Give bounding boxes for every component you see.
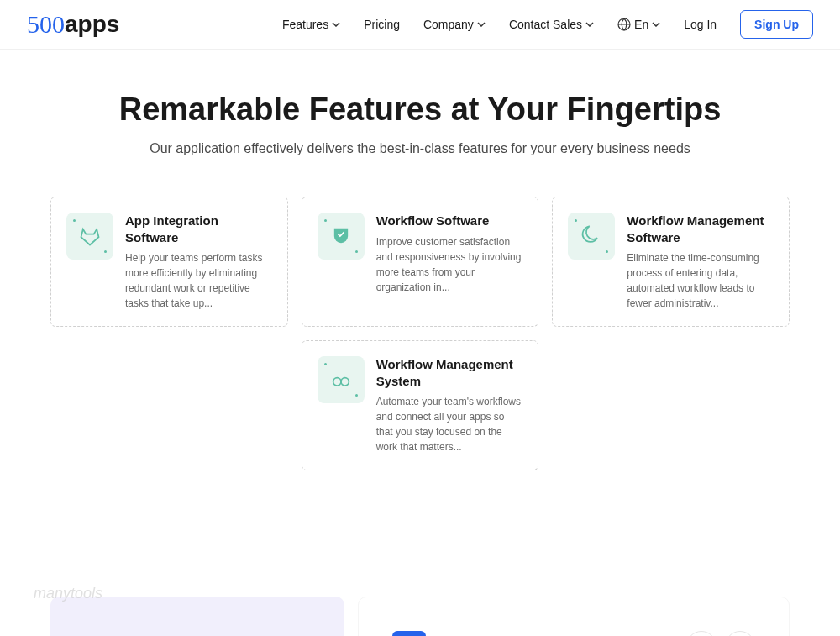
card-desc: Automate your team's workflows and conne…	[376, 394, 523, 455]
feature-card[interactable]: Workflow Management System Automate your…	[302, 340, 539, 470]
features-section: Remarkable Features at Your Fingertips O…	[0, 50, 840, 521]
svg-point-1	[333, 378, 340, 386]
card-title: Workflow Software	[376, 213, 523, 229]
feature-cards-row1: App Integration Software Help your teams…	[50, 197, 790, 327]
nav-features[interactable]: Features	[282, 18, 340, 31]
chevron-down-icon	[332, 22, 340, 27]
card-desc: Eliminate the time-consuming process of …	[627, 250, 774, 311]
testimonials-section: Our customers are our biggest fans “ d w…	[0, 597, 840, 636]
card-title: Workflow Management Software	[627, 213, 774, 245]
chevron-down-icon	[477, 22, 486, 27]
header: 500apps Features Pricing Company Contact…	[0, 0, 840, 50]
testimonial-heading-card: Our customers are our biggest fans	[50, 597, 344, 636]
chevron-down-icon	[585, 22, 594, 27]
card-desc: Improve customer satisfaction and respon…	[376, 234, 523, 295]
prev-button[interactable]	[686, 631, 717, 636]
glasses-icon	[318, 356, 365, 403]
shield-icon	[318, 213, 365, 260]
feature-card[interactable]: App Integration Software Help your teams…	[50, 197, 288, 327]
svg-point-2	[341, 378, 349, 386]
logo[interactable]: 500apps	[27, 10, 119, 39]
card-content: Workflow Software Improve customer satis…	[376, 213, 523, 295]
quote-icon: “	[392, 631, 426, 636]
moon-icon	[568, 213, 615, 260]
card-title: App Integration Software	[125, 213, 272, 245]
nav-login[interactable]: Log In	[684, 18, 717, 31]
signup-button[interactable]: Sign Up	[740, 10, 813, 39]
next-button[interactable]	[725, 631, 755, 636]
nav-company[interactable]: Company	[423, 18, 486, 31]
card-content: Workflow Management Software Eliminate t…	[627, 213, 774, 311]
logo-apps: apps	[65, 11, 119, 38]
feature-card[interactable]: Workflow Management Software Eliminate t…	[552, 197, 790, 327]
card-desc: Help your teams perform tasks more effic…	[125, 250, 272, 311]
testimonial-content-card: “ d with features that n could have. A w…	[358, 597, 790, 636]
nav-language[interactable]: En	[617, 18, 660, 31]
globe-icon	[617, 18, 631, 31]
card-content: App Integration Software Help your teams…	[125, 213, 272, 311]
card-content: Workflow Management System Automate your…	[376, 356, 523, 455]
feature-cards-row2: Workflow Management System Automate your…	[50, 340, 790, 470]
logo-500: 500	[27, 10, 65, 39]
nav-contact-sales[interactable]: Contact Sales	[509, 18, 594, 31]
page-subtitle: Our application effectively delivers the…	[50, 141, 790, 156]
feature-card[interactable]: Workflow Software Improve customer satis…	[302, 197, 539, 327]
testimonial-nav	[686, 631, 755, 636]
gitlab-icon	[66, 213, 113, 260]
card-title: Workflow Management System	[376, 356, 523, 389]
watermark: manytools	[34, 585, 102, 602]
chevron-down-icon	[652, 22, 660, 27]
nav-pricing[interactable]: Pricing	[364, 18, 400, 31]
nav: Features Pricing Company Contact Sales E…	[282, 10, 813, 39]
page-title: Remarkable Features at Your Fingertips	[50, 92, 790, 128]
